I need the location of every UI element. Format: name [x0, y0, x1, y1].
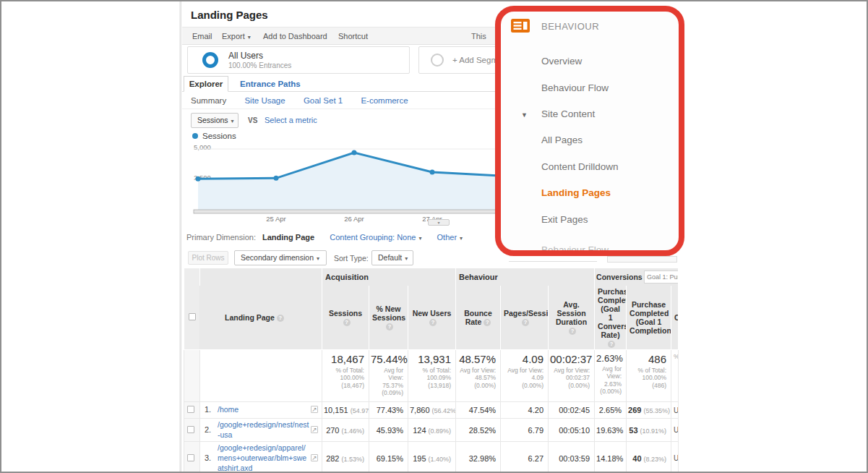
- landing-page-cell: 3./google+redesign/apparel/mens+outerwea…: [200, 442, 322, 473]
- table-group-header-row: Acquisition Behaviour Conversions Goal 1…: [184, 268, 679, 286]
- other-dimension-dropdown[interactable]: Other: [437, 233, 463, 242]
- landing-pages-table: Acquisition Behaviour Conversions Goal 1…: [184, 268, 679, 473]
- table-totals-row: 18,467% of Total: 100.00% (18,467) 75.44…: [184, 349, 679, 402]
- sort-type-label: Sort Type:: [334, 254, 369, 263]
- primary-dimension-row: Primary Dimension: Landing Page Content …: [186, 233, 463, 242]
- pct-new-sessions-cell: 45.93%: [369, 419, 408, 442]
- chart-legend: Sessions: [192, 132, 236, 140]
- table-search-sliver[interactable]: [509, 257, 597, 262]
- help-icon[interactable]: [608, 341, 615, 348]
- help-icon[interactable]: [343, 319, 351, 326]
- column-bounce-rate[interactable]: Bounce Rate: [456, 286, 501, 350]
- table-view-buttons-sliver[interactable]: [607, 256, 677, 263]
- pages-session-cell: 4.20: [501, 402, 549, 419]
- subnav-ecommerce[interactable]: E-commerce: [361, 96, 408, 105]
- content-grouping-dropdown[interactable]: Content Grouping: None: [330, 233, 421, 242]
- shortcut-button[interactable]: Shortcut: [338, 32, 368, 41]
- row-checkbox-cell[interactable]: [184, 442, 200, 473]
- menu-item-landing-pages[interactable]: Landing Pages: [541, 187, 611, 198]
- column-purchase-completions[interactable]: Purchase Completed (Goal 1 Completions): [627, 286, 671, 350]
- totals-conv-rate: 2.63%Avg for View: 2.63% (0.00%): [595, 349, 627, 402]
- add-to-dashboard-button[interactable]: Add to Dashboard: [263, 32, 327, 41]
- table-row: 1./home10,151(54.97%)77.43%7,860(56.42%)…: [184, 402, 679, 419]
- timeline-scale-control[interactable]: ▾: [428, 219, 450, 226]
- behaviour-menu-header[interactable]: BEHAVIOUR: [501, 12, 679, 41]
- landing-page-link[interactable]: /google+redesign/nest/nest-usa: [218, 420, 310, 440]
- column-cut-off: Con: [671, 286, 679, 350]
- group-header-acquisition: Acquisition: [322, 268, 456, 286]
- primary-dimension-value[interactable]: Landing Page: [262, 233, 314, 242]
- completions-cell: 269(55.35%): [627, 402, 671, 419]
- email-button[interactable]: Email: [192, 32, 212, 41]
- help-icon[interactable]: [569, 328, 576, 335]
- help-icon[interactable]: [386, 323, 393, 331]
- help-icon[interactable]: [484, 319, 491, 326]
- row-checkbox-cell[interactable]: [184, 402, 200, 419]
- column-avg-session-duration[interactable]: Avg. Session Duration: [549, 286, 595, 350]
- open-page-icon[interactable]: [311, 406, 318, 413]
- row-checkbox[interactable]: [187, 426, 194, 433]
- segment-subtitle: 100.00% Entrances: [228, 61, 291, 69]
- behaviour-menu-overlay: BEHAVIOUR ▼ Overview Behaviour Flow Site…: [495, 6, 684, 256]
- open-page-icon[interactable]: [311, 426, 318, 433]
- subnav-site-usage[interactable]: Site Usage: [244, 96, 285, 105]
- goal-selector-dropdown[interactable]: Goal 1: Purchase Comp: [644, 270, 679, 284]
- duration-cell: 00:05:10: [549, 419, 595, 442]
- totals-bounce: 48.57%Avg for View: 48.57% (0.00%): [456, 349, 501, 402]
- menu-item-all-pages[interactable]: All Pages: [541, 135, 583, 145]
- pages-session-cell: 6.79: [501, 419, 549, 442]
- menu-item-behaviour-flow-2[interactable]: Behaviour Flow: [541, 244, 609, 255]
- segment-donut-icon: [202, 52, 218, 68]
- sort-type-dropdown[interactable]: Default: [371, 250, 413, 265]
- menu-item-overview[interactable]: Overview: [541, 56, 582, 67]
- landing-page-link[interactable]: /google+redesign/apparel/mens+outerwear/…: [218, 443, 310, 473]
- landing-page-link[interactable]: /home: [218, 405, 239, 415]
- select-a-metric-link[interactable]: Select a metric: [265, 116, 317, 124]
- bounce-rate-cell: 28.52%: [456, 419, 501, 442]
- conv-rate-cell: 19.63%: [595, 419, 627, 442]
- completions-cell: 53(10.91%): [627, 419, 671, 442]
- column-purchase-conv-rate[interactable]: Purchase Completed (Goal 1 Conversion Ra…: [595, 286, 627, 350]
- secondary-dimension-dropdown[interactable]: Secondary dimension: [234, 250, 327, 265]
- select-all-header[interactable]: [184, 286, 200, 350]
- sessions-chart-svg: [184, 140, 497, 227]
- bounce-rate-cell: 47.54%: [456, 402, 501, 419]
- table-column-header-row: Landing Page Sessions % New Sessions New…: [184, 286, 679, 350]
- select-all-checkbox[interactable]: [189, 313, 196, 320]
- help-icon[interactable]: [429, 319, 437, 326]
- duration-cell: 00:03:59: [549, 442, 595, 473]
- subnav-goal-set-1[interactable]: Goal Set 1: [304, 96, 343, 105]
- menu-item-site-content[interactable]: Site Content: [541, 108, 595, 119]
- sessions-cell: 282(1.53%): [322, 442, 369, 473]
- tab-entrance-paths[interactable]: Entrance Paths: [240, 80, 301, 88]
- row-index: 2.: [205, 425, 218, 434]
- row-checkbox[interactable]: [187, 454, 194, 461]
- tab-explorer[interactable]: Explorer: [184, 76, 228, 92]
- menu-item-exit-pages[interactable]: Exit Pages: [541, 214, 588, 225]
- row-checkbox-cell[interactable]: [184, 419, 200, 442]
- column-new-users[interactable]: New Users: [408, 286, 456, 350]
- duration-cell: 00:02:45: [549, 402, 595, 419]
- plot-rows-button[interactable]: Plot Rows: [188, 251, 228, 265]
- row-checkbox[interactable]: [187, 406, 194, 413]
- row-index: 1.: [205, 405, 218, 414]
- metric-selector-dropdown[interactable]: Sessions: [191, 113, 239, 128]
- menu-item-content-drilldown[interactable]: Content Drilldown: [541, 161, 619, 172]
- column-landing-page[interactable]: Landing Page: [200, 286, 322, 350]
- column-pages-session[interactable]: Pages/Session: [501, 286, 549, 350]
- help-icon[interactable]: [522, 319, 529, 326]
- new-users-cell: 124(0.89%): [408, 419, 456, 442]
- subnav-summary[interactable]: Summary: [191, 96, 226, 105]
- completions-cell: 40(8.23%): [627, 442, 671, 473]
- export-dropdown[interactable]: Export: [222, 32, 251, 41]
- segment-all-users[interactable]: All Users 100.00% Entrances: [187, 46, 410, 74]
- conv-rate-cell: 14.18%: [595, 442, 627, 473]
- menu-item-behaviour-flow[interactable]: Behaviour Flow: [541, 82, 609, 93]
- totals-duration: 00:02:37Avg for View: 00:02:37 (0.00%): [549, 349, 595, 402]
- open-page-icon[interactable]: [311, 454, 318, 461]
- site-content-expand-icon[interactable]: ▼: [521, 111, 528, 119]
- column-pct-new-sessions[interactable]: % New Sessions: [369, 286, 408, 350]
- help-icon[interactable]: [277, 315, 284, 322]
- column-sessions[interactable]: Sessions: [322, 286, 369, 350]
- x-axis-tick: 26 Apr: [340, 215, 369, 223]
